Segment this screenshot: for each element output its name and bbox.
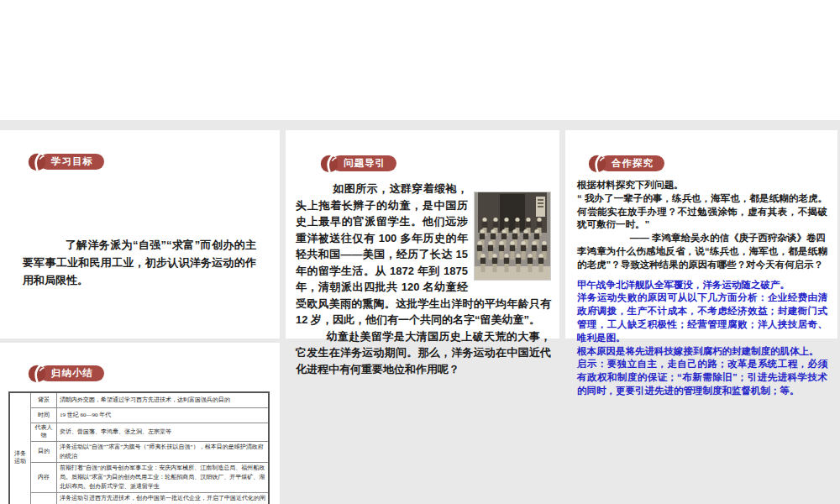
students-photo: [474, 192, 551, 281]
quote-attribution: —— 李鸿章给吴永的信《庚子西狩杂谈》卷四: [577, 232, 827, 245]
swoosh-icon: [27, 151, 47, 171]
explore-body: 根据材料探究下列问题。 “ 我办了一辈子的事，练兵也，海军也，都是纸糊的老虎。何…: [577, 179, 827, 398]
row-label: 评价: [31, 492, 57, 504]
row-label: 目的: [31, 441, 57, 462]
panel-cooperative-exploration: 合作探究 根据材料探究下列问题。 “ 我办了一辈子的事，练兵也，海军也，都是纸糊…: [565, 130, 837, 339]
students-photo-image: [475, 192, 550, 280]
answer-line: 根本原因是将先进科技嫁接到腐朽的封建制度的肌体上。: [577, 345, 827, 359]
table-row: 内容 前期打着“自强”的旗号创办军事工业：安庆内军械所、江南制造总局、福州船政局…: [9, 462, 269, 492]
row-label: 代表人物: [31, 423, 57, 441]
table-row: 评价 洋务运动引进西方先进技术，创办中国第一批近代企业，开启了中国近代化的闸门。…: [9, 492, 269, 504]
table-row: 目的 洋务运动以“自强”“求富”为旗号（“师夷长技以自强”），根本目的是维护清政…: [9, 441, 269, 462]
answer-line: 洋务运动失败的原因可从以下几方面分析：企业经费由清政府调拨，生产不计成本，不考虑…: [577, 291, 827, 344]
row-content: 洋务运动以“自强”“求富”为旗号（“师夷长技以自强”），根本目的是维护清政府的统…: [57, 441, 270, 462]
guide-body: 如图所示，这群穿着缎袍，头上拖着长辫子的幼童，是中国历史上最早的官派留学生。他们…: [296, 181, 551, 377]
row-label: 时间: [31, 407, 57, 423]
table-row: 洋务运动 背景 清朝内外交困，希望通过学习西方先进技术，达到富国强兵的目的: [9, 392, 269, 407]
explore-question: 李鸿章为什么伤感地反省，说“练兵也，海军也，都是纸糊的老虎”？导致这种结果的原因…: [577, 245, 827, 272]
explore-quote: “ 我办了一辈子的事，练兵也，海军也，都是纸糊的老虎。何尝能实在放手办理？不过勉…: [577, 192, 827, 232]
badge-label: 归纳小结: [39, 365, 104, 381]
summary-table: 洋务运动 背景 清朝内外交困，希望通过学习西方先进技术，达到富国强兵的目的 时间…: [8, 391, 270, 504]
cooperative-exploration-badge: 合作探究: [587, 154, 837, 172]
row-content: 清朝内外交困，希望通过学习西方先进技术，达到富国强兵的目的: [57, 392, 270, 407]
objectives-text: 了解洋务派为“自强”“求富”而创办的主要军事工业和民用工业，初步认识洋务运动的作…: [23, 236, 256, 289]
explore-answers: 甲午战争北洋舰队全军覆没，洋务运动随之破产。 洋务运动失败的原因可从以下几方面分…: [577, 279, 827, 398]
panel-learning-objectives: 学习目标 了解洋务派为“自强”“求富”而创办的主要军事工业和民用工业，初步认识洋…: [0, 130, 280, 339]
swoosh-icon: [319, 153, 339, 173]
table-row: 代表人物 奕䜣、曾国藩、李鸿章、张之洞、左宗棠等: [9, 423, 269, 441]
summary-badge: 归纳小结: [27, 364, 280, 382]
panel-problem-guide: 问题导引: [286, 130, 559, 339]
explore-intro: 根据材料探究下列问题。: [577, 179, 827, 192]
answer-line: 甲午战争北洋舰队全军覆没，洋务运动随之破产。: [577, 279, 827, 292]
answer-line: 启示：要独立自主，走自己的路；改革是系统工程，必须有政权和制度的保证；“布新需除…: [577, 358, 827, 397]
row-content: 19 世纪 60—90 年代: [57, 407, 270, 423]
panel-summary: 归纳小结 洋务运动 背景 清朝内外交困，希望通过学习西方先进技术，达到富国强兵的…: [0, 343, 280, 504]
table-row: 时间 19 世纪 60—90 年代: [9, 407, 269, 423]
top-blank-band: [0, 0, 840, 120]
row-label: 内容: [31, 462, 57, 492]
table-subject-cell: 洋务运动: [9, 392, 31, 504]
badge-label: 问题导引: [332, 155, 396, 171]
guide-paragraph-2: 幼童赴美留学是大清国历史上破天荒的大事，它发生在洋务运动期间。那么，洋务运动在中…: [296, 328, 551, 378]
row-content: 洋务运动引进西方先进技术，创办中国第一批近代企业，开启了中国近代化的闸门。它客观…: [57, 492, 270, 504]
badge-label: 学习目标: [39, 154, 104, 170]
learning-objectives-badge: 学习目标: [27, 152, 280, 171]
swoosh-icon: [27, 363, 47, 383]
problem-guide-badge: 问题导引: [319, 154, 559, 172]
row-content: 奕䜣、曾国藩、李鸿章、张之洞、左宗棠等: [57, 423, 270, 441]
swoosh-icon: [587, 153, 607, 173]
row-label: 背景: [31, 392, 57, 407]
badge-label: 合作探究: [600, 155, 664, 171]
row-content: 前期打着“自强”的旗号创办军事工业：安庆内军械所、江南制造总局、福州船政局。后期…: [57, 462, 270, 492]
